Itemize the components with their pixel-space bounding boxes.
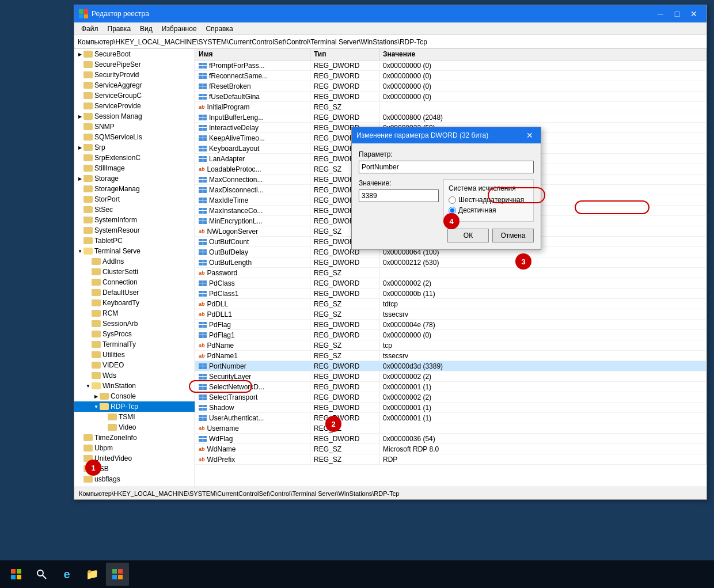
minimize-button[interactable]: ─	[652, 8, 669, 20]
tree-item[interactable]: ▼WinStation	[74, 381, 195, 391]
explorer-button[interactable]: 📁	[81, 563, 104, 586]
table-row[interactable]: OutBufLengthREG_DWORD0x00000212 (530)	[195, 257, 707, 268]
table-cell-value	[379, 268, 707, 278]
tree-item[interactable]: StillImage	[74, 163, 195, 173]
tree-item[interactable]: KeyboardTy	[74, 298, 195, 308]
maximize-button[interactable]: □	[669, 8, 685, 20]
table-row[interactable]: fResetBrokenREG_DWORD0x00000000 (0)	[195, 81, 707, 92]
tree-item[interactable]: Video	[74, 422, 195, 433]
table-row[interactable]: ShadowREG_DWORD0x00000001 (1)	[195, 403, 707, 413]
menu-help[interactable]: Справка	[202, 24, 238, 34]
tree-item[interactable]: Ubpm	[74, 443, 195, 453]
dialog-close-button[interactable]: ✕	[523, 130, 536, 141]
table-row[interactable]: abWdPrefixREG_SZRDP	[195, 454, 707, 465]
table-row[interactable]: abPdDLL1REG_SZtssecsrv	[195, 309, 707, 320]
regedit-taskbar-button[interactable]	[106, 563, 129, 586]
tree-item[interactable]: ClusterSetti	[74, 267, 195, 277]
tree-item[interactable]: SystemInform	[74, 215, 195, 225]
table-row[interactable]: SecurityLayerREG_DWORD0x00000002 (2)	[195, 371, 707, 382]
table-row[interactable]: abUsernameREG_SZ	[195, 423, 707, 434]
cancel-button[interactable]: Отмена	[492, 229, 534, 242]
tree-item[interactable]: ▼RDP-Tcp	[74, 401, 195, 412]
tree-item[interactable]: TerminalTy	[74, 339, 195, 350]
table-row[interactable]: UserAuthenticat...REG_DWORD0x00000001 (1…	[195, 413, 707, 423]
radio-hex[interactable]	[449, 196, 456, 204]
tree-item[interactable]: SessionArb	[74, 318, 195, 329]
menu-view[interactable]: Вид	[135, 24, 157, 34]
tree-item[interactable]: StorageManag	[74, 184, 195, 194]
close-button[interactable]: ✕	[686, 8, 702, 20]
tree-item[interactable]: StorPort	[74, 194, 195, 204]
tree-item[interactable]: DefaultUser	[74, 287, 195, 298]
tree-item[interactable]: ▼Terminal Serve	[74, 246, 195, 256]
tree-item[interactable]: ▶Session Manag	[74, 111, 195, 122]
tree-item[interactable]: ServiceProvide	[74, 101, 195, 111]
table-row[interactable]: PdClass1REG_DWORD0x0000000b (11)	[195, 289, 707, 299]
param-input[interactable]	[359, 161, 534, 173]
table-row[interactable]: PdFlag1REG_DWORD0x00000000 (0)	[195, 330, 707, 340]
tree-item[interactable]: SecurePipeSer	[74, 59, 195, 70]
table-row[interactable]: WdFlagREG_DWORD0x00000036 (54)	[195, 434, 707, 444]
table-row[interactable]: PdClassREG_DWORD0x00000002 (2)	[195, 278, 707, 289]
table-row[interactable]: PdFlagREG_DWORD0x0000004e (78)	[195, 320, 707, 330]
tree-item[interactable]: TabletPC	[74, 236, 195, 246]
reg-dword-icon	[199, 239, 207, 245]
tree-item[interactable]: ▶Console	[74, 391, 195, 401]
tree-item[interactable]: Wds	[74, 370, 195, 381]
tree-item[interactable]: ▶Srp	[74, 142, 195, 153]
tree-folder-icon	[83, 445, 93, 452]
table-row[interactable]: SelectNetworkD...REG_DWORD0x00000001 (1)	[195, 382, 707, 392]
table-row[interactable]: abPdName1REG_SZtssecsrv	[195, 351, 707, 361]
tree-item[interactable]: ServiceGroupC	[74, 90, 195, 101]
search-button[interactable]	[30, 563, 53, 586]
tree-item[interactable]: SystemResour	[74, 225, 195, 236]
table-row[interactable]: abPdDLLREG_SZtdtcp	[195, 299, 707, 309]
tree-item[interactable]: Utilities	[74, 350, 195, 360]
tree-item[interactable]: SNMP	[74, 122, 195, 132]
tree-item[interactable]: VIDEO	[74, 360, 195, 370]
tree-item[interactable]: AddIns	[74, 256, 195, 267]
tree-item[interactable]: TSMI	[74, 412, 195, 422]
value-input[interactable]	[359, 189, 439, 202]
table-row[interactable]: abInitialProgramREG_SZ	[195, 102, 707, 112]
table-row[interactable]: PortNumberREG_DWORD0x00000d3d (3389)	[195, 361, 707, 371]
radio-hex-label[interactable]: Шестнадцатеричная	[449, 196, 529, 204]
radio-dec-label[interactable]: Десятичная	[449, 206, 529, 214]
tree-item[interactable]: RCM	[74, 308, 195, 318]
tree-expand-icon	[77, 82, 83, 89]
tree-item[interactable]: ▶Storage	[74, 173, 195, 184]
tree-item[interactable]: SrpExtensionC	[74, 153, 195, 163]
tree-item[interactable]: Connection	[74, 277, 195, 287]
tree-item-label: SysProcs	[102, 330, 132, 338]
tree-expand-icon	[77, 465, 83, 472]
start-button[interactable]	[5, 563, 28, 586]
radio-dec-text: Десятичная	[458, 206, 496, 214]
table-row[interactable]: fPromptForPass...REG_DWORD0x00000000 (0)	[195, 60, 707, 71]
tree-item[interactable]: ServiceAggregr	[74, 80, 195, 90]
table-cell-name: SelectTransport	[195, 392, 310, 402]
table-row[interactable]: SelectTransportREG_DWORD0x00000002 (2)	[195, 392, 707, 403]
menu-favorites[interactable]: Избранное	[157, 24, 202, 34]
table-row[interactable]: abPdNameREG_SZtcp	[195, 340, 707, 351]
tree-item[interactable]: SQMServiceLis	[74, 132, 195, 142]
tree-item[interactable]: ▶SecureBoot	[74, 49, 195, 59]
table-row[interactable]: abWdNameREG_SZMicrosoft RDP 8.0	[195, 444, 707, 454]
tree-item[interactable]: TimeZoneInfo	[74, 433, 195, 443]
tree-item[interactable]: SysProcs	[74, 329, 195, 339]
table-row[interactable]: InputBufferLeng...REG_DWORD0x00000800 (2…	[195, 112, 707, 123]
table-row[interactable]: fUseDefaultGinaREG_DWORD0x00000000 (0)	[195, 92, 707, 102]
reg-dword-icon	[199, 115, 207, 120]
table-row[interactable]: abPasswordREG_SZ	[195, 268, 707, 278]
tree-folder-icon	[83, 113, 93, 120]
tree-expand-icon	[101, 424, 108, 431]
table-cell-name: abWdPrefix	[195, 454, 310, 464]
ok-button[interactable]: ОК	[447, 229, 489, 242]
tree-item[interactable]: StSec	[74, 204, 195, 215]
tree-item[interactable]: SecurityProvid	[74, 70, 195, 80]
menu-file[interactable]: Файл	[77, 24, 103, 34]
table-row[interactable]: fReconnectSame...REG_DWORD0x00000000 (0)	[195, 71, 707, 81]
menu-edit[interactable]: Правка	[103, 24, 136, 34]
edge-button[interactable]: e	[55, 563, 78, 586]
tree-panel[interactable]: ▶SecureBootSecurePipeSerSecurityProvidSe…	[74, 49, 195, 487]
tree-expand-icon	[77, 196, 83, 203]
